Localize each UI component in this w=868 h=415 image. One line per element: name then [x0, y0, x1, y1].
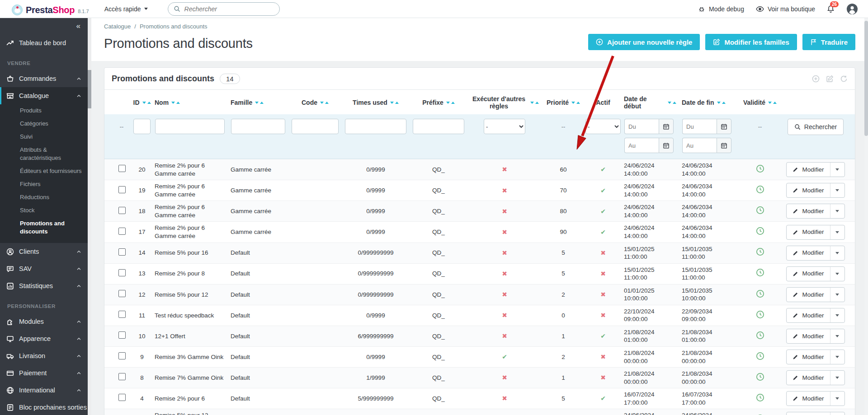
submenu-item-stock[interactable]: Stock	[0, 204, 88, 217]
row-checkbox[interactable]	[118, 352, 126, 359]
submenu-item-cat-gories[interactable]: Catégories	[0, 117, 88, 131]
column-header-actif[interactable]: Actif	[585, 90, 621, 114]
modify-button[interactable]: Modifier	[786, 246, 844, 261]
sidebar-item-livraison[interactable]: Livraison	[0, 347, 88, 364]
filter-code-input[interactable]	[292, 119, 339, 134]
submenu-item-produits[interactable]: Produits	[0, 104, 88, 117]
sidebar-collapse-button[interactable]: «	[0, 18, 88, 34]
calendar-icon[interactable]	[659, 138, 674, 153]
row-checkbox[interactable]	[118, 394, 126, 401]
modify-button[interactable]: Modifier	[786, 350, 844, 364]
modify-button[interactable]: Modifier	[786, 204, 844, 219]
modify-button[interactable]: Modifier	[786, 391, 844, 406]
modify-dropdown-caret[interactable]	[830, 204, 844, 218]
modify-button[interactable]: Modifier	[786, 162, 844, 177]
filter-family-input[interactable]	[231, 119, 285, 134]
column-header-times-used[interactable]: Times used	[342, 90, 410, 114]
profile-avatar[interactable]	[846, 3, 858, 15]
page-scrollbar-thumb[interactable]	[864, 21, 868, 136]
submenu-item-promotions-and-discounts[interactable]: Promotions and discounts	[0, 217, 88, 239]
filter-end-to-input[interactable]	[682, 138, 717, 153]
submenu-item-suivi[interactable]: Suivi	[0, 131, 88, 144]
modify-button[interactable]: Modifier	[786, 225, 844, 240]
breadcrumb-parent[interactable]: Catalogue	[104, 23, 131, 30]
submenu-item-attributs-caract-ristiques[interactable]: Attributs & caractéristiques	[0, 144, 88, 165]
column-header-pr-fixe[interactable]: Préfixe	[410, 90, 467, 114]
quick-access-dropdown[interactable]: Accès rapide	[104, 5, 148, 13]
sidebar-scrollbar[interactable]	[88, 18, 91, 415]
panel-refresh-icon[interactable]	[840, 75, 848, 83]
column-header-date-de-d-but[interactable]: Date de début	[621, 90, 679, 114]
modify-dropdown-caret[interactable]	[830, 246, 844, 260]
add-rule-button[interactable]: Ajouter une nouvelle règle	[588, 34, 700, 50]
submenu-item-r-ductions[interactable]: Réductions	[0, 191, 88, 204]
sidebar-item-catalogue[interactable]: Catalogue	[0, 87, 88, 104]
submenu-item-fichiers[interactable]: Fichiers	[0, 178, 88, 191]
calendar-icon[interactable]	[717, 119, 731, 134]
calendar-icon[interactable]	[659, 119, 674, 134]
sidebar-item-bloc-prochaines-sorties[interactable]: Bloc prochaines sorties	[0, 399, 88, 415]
column-header-code[interactable]: Code	[288, 90, 342, 114]
modify-dropdown-caret[interactable]	[830, 308, 844, 322]
filter-search-button[interactable]: Rechercher	[788, 119, 844, 135]
modify-button[interactable]: Modifier	[786, 183, 844, 198]
filter-times-used-input[interactable]	[345, 119, 406, 134]
submenu-item--diteurs-et-fournisseurs[interactable]: Éditeurs et fournisseurs	[0, 165, 88, 178]
sidebar-item-paiement[interactable]: Paiement	[0, 364, 88, 382]
row-checkbox[interactable]	[118, 228, 126, 235]
modify-dropdown-caret[interactable]	[830, 412, 844, 415]
column-header-validit-[interactable]: Validité	[737, 90, 783, 114]
sidebar-item-sav[interactable]: SAV	[0, 260, 88, 277]
modify-button[interactable]: Modifier	[786, 412, 844, 415]
row-checkbox[interactable]	[118, 269, 126, 276]
sidebar-item-apparence[interactable]: Apparence	[0, 330, 88, 347]
filter-prefix-input[interactable]	[413, 119, 464, 134]
page-scrollbar[interactable]	[864, 18, 868, 415]
translate-button[interactable]: Traduire	[802, 34, 855, 50]
modify-dropdown-caret[interactable]	[830, 267, 844, 281]
search-input[interactable]	[184, 5, 274, 13]
modify-dropdown-caret[interactable]	[830, 288, 844, 302]
modify-button[interactable]: Modifier	[786, 329, 844, 344]
sidebar-scrollbar-thumb[interactable]	[88, 70, 91, 108]
modify-button[interactable]: Modifier	[786, 287, 844, 302]
filter-id-input[interactable]	[133, 119, 151, 134]
row-checkbox[interactable]	[118, 186, 126, 193]
modify-dropdown-caret[interactable]	[830, 163, 844, 177]
modify-dropdown-caret[interactable]	[830, 225, 844, 239]
column-header-famille[interactable]: Famille	[228, 90, 288, 114]
modify-button[interactable]: Modifier	[786, 308, 844, 323]
sidebar-item-clients[interactable]: Clients	[0, 243, 88, 260]
panel-add-icon[interactable]	[812, 75, 820, 83]
modify-button[interactable]: Modifier	[786, 266, 844, 281]
column-header-id[interactable]: ID	[132, 90, 152, 114]
column-header-priorit-[interactable]: Priorité	[542, 90, 585, 114]
edit-families-button[interactable]: Modifier les familles	[705, 34, 797, 50]
modify-dropdown-caret[interactable]	[830, 329, 844, 343]
filter-run-other-select[interactable]: -	[484, 119, 525, 134]
sidebar-item-statistiques[interactable]: Statistiques	[0, 277, 88, 294]
prestashop-logo[interactable]: PrestaShop 8.1.7	[12, 2, 89, 15]
column-header-ex-cuter-d-autres-r-gles[interactable]: Exécuter d'autres règles	[467, 90, 542, 114]
modify-button[interactable]: Modifier	[786, 370, 844, 385]
sidebar-item-dashboard[interactable]: Tableau de bord	[0, 34, 88, 51]
modify-dropdown-caret[interactable]	[830, 183, 844, 197]
row-checkbox[interactable]	[118, 373, 126, 380]
notifications-button[interactable]: 26	[827, 5, 835, 13]
sidebar-item-modules[interactable]: Modules	[0, 313, 88, 330]
sidebar-item-international[interactable]: International	[0, 382, 88, 399]
column-header-nom[interactable]: Nom	[152, 90, 228, 114]
sidebar-item-commandes[interactable]: Commandes	[0, 70, 88, 87]
filter-start-from-input[interactable]	[624, 119, 659, 134]
modify-dropdown-caret[interactable]	[830, 371, 844, 385]
row-checkbox[interactable]	[118, 248, 126, 256]
filter-start-to-input[interactable]	[624, 138, 659, 153]
calendar-icon[interactable]	[717, 138, 731, 153]
column-header-date-de-fin[interactable]: Date de fin	[679, 90, 737, 114]
modify-dropdown-caret[interactable]	[830, 350, 844, 364]
debug-mode-button[interactable]: Mode debug	[698, 5, 744, 13]
row-checkbox[interactable]	[118, 207, 126, 214]
row-checkbox[interactable]	[118, 290, 126, 297]
filter-active-select[interactable]: -	[585, 119, 621, 134]
panel-edit-icon[interactable]	[826, 75, 834, 83]
